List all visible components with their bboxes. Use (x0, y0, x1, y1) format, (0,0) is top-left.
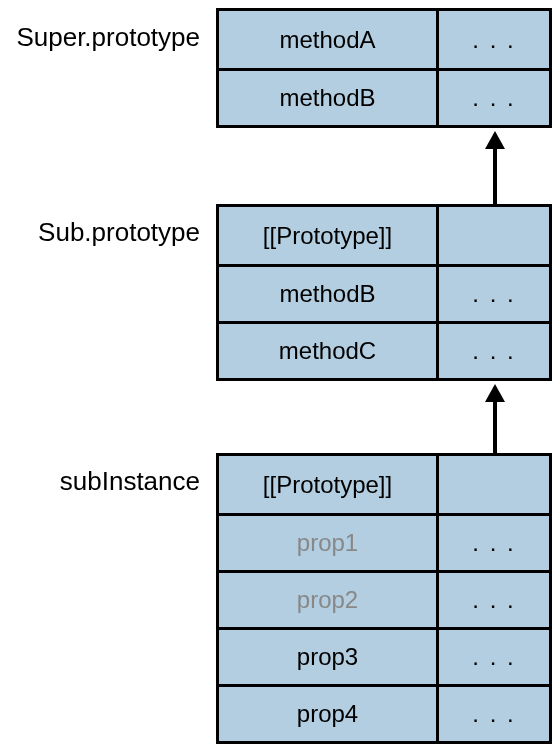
cell-key: [[Prototype]] (219, 207, 439, 264)
row-super-methodb: methodB . . . (219, 68, 549, 125)
cell-key: [[Prototype]] (219, 456, 439, 513)
cell-key: methodB (219, 267, 439, 321)
cell-key: methodA (219, 11, 439, 68)
cell-val: . . . (439, 630, 549, 684)
row-instance-prop4: prop4 . . . (219, 684, 549, 741)
row-sub-prototype-link: [[Prototype]] (219, 207, 549, 264)
cell-key: methodC (219, 324, 439, 378)
cell-val: . . . (439, 267, 549, 321)
cell-key: prop3 (219, 630, 439, 684)
cell-val: . . . (439, 687, 549, 741)
cell-val: . . . (439, 324, 549, 378)
label-sub-prototype: Sub.prototype (0, 217, 200, 248)
cell-key: prop4 (219, 687, 439, 741)
row-sub-methodb: methodB . . . (219, 264, 549, 321)
cell-val (439, 207, 549, 264)
cell-key: methodB (219, 71, 439, 125)
label-sub-instance: subInstance (0, 466, 200, 497)
row-super-methoda: methodA . . . (219, 11, 549, 68)
cell-val: . . . (439, 516, 549, 570)
label-super-prototype: Super.prototype (0, 22, 200, 53)
cell-val: . . . (439, 11, 549, 68)
cell-val: . . . (439, 71, 549, 125)
row-instance-prop1: prop1 . . . (219, 513, 549, 570)
row-sub-methodc: methodC . . . (219, 321, 549, 378)
row-instance-prototype-link: [[Prototype]] (219, 456, 549, 513)
cell-val: . . . (439, 573, 549, 627)
block-sub-instance: [[Prototype]] prop1 . . . prop2 . . . pr… (216, 453, 552, 744)
row-instance-prop3: prop3 . . . (219, 627, 549, 684)
block-super-prototype: methodA . . . methodB . . . (216, 8, 552, 128)
block-sub-prototype: [[Prototype]] methodB . . . methodC . . … (216, 204, 552, 381)
cell-key: prop2 (219, 573, 439, 627)
row-instance-prop2: prop2 . . . (219, 570, 549, 627)
cell-key: prop1 (219, 516, 439, 570)
cell-val (439, 456, 549, 513)
